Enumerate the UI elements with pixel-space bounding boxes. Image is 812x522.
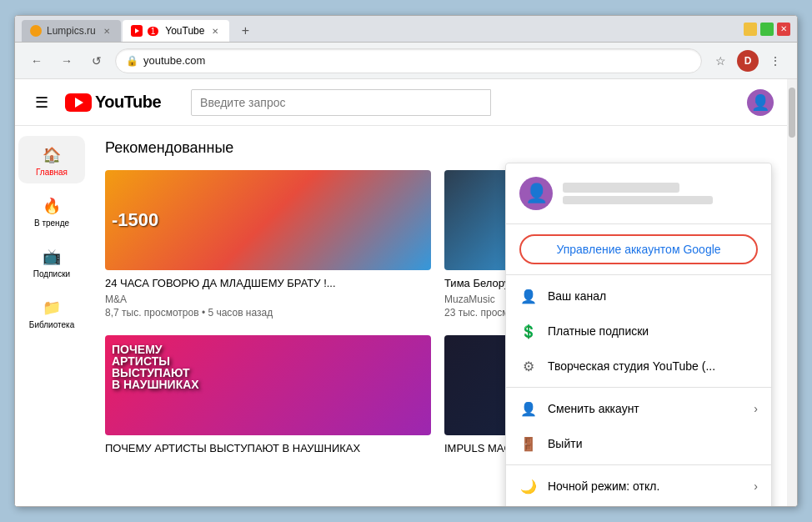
tab-bar: Lumpics.ru ✕ 1 YouTube ✕ + <box>22 16 737 42</box>
browser-window: Lumpics.ru ✕ 1 YouTube ✕ + ✕ ← → ↺ 🔒 <box>14 15 798 507</box>
sidebar-library-label: Библиотека <box>29 320 74 329</box>
video-info-3: ПОЧЕМУ АРТИСТЫ ВЫСТУПАЮТ В НАУШНИКАХ <box>105 435 431 462</box>
yt-search-box <box>191 89 491 116</box>
video-title-3: ПОЧЕМУ АРТИСТЫ ВЫСТУПАЮТ В НАУШНИКАХ <box>105 442 431 456</box>
dropdown-divider-1 <box>506 274 771 275</box>
yt-logo-icon <box>65 93 92 112</box>
minimize-button[interactable] <box>744 23 757 36</box>
night-mode-arrow-icon: › <box>754 479 758 493</box>
close-button[interactable]: ✕ <box>777 23 790 36</box>
video-card-1[interactable]: -1500 24 ЧАСА ГОВОРЮ ДА МЛАДШЕМУ БРАТУ !… <box>105 170 431 322</box>
dropdown-item-switch-account[interactable]: 👤 Сменить аккаунт › <box>506 391 771 426</box>
yt-search-input[interactable] <box>191 89 491 116</box>
thumb-text-1: -1500 <box>112 209 158 231</box>
dropdown-item-language[interactable]: Аа Язык: Русский › <box>506 504 771 506</box>
scrollbar-track <box>787 79 797 506</box>
scrollbar-thumb[interactable] <box>789 88 795 138</box>
browser-menu-icon[interactable]: ⋮ <box>764 49 787 73</box>
yt-hamburger-icon[interactable]: ☰ <box>28 87 55 118</box>
trending-icon: 🔥 <box>43 197 61 215</box>
sidebar-trending-label: В тренде <box>34 218 69 228</box>
new-tab-button[interactable]: + <box>234 20 256 42</box>
video-meta-1: 8,7 тыс. просмотров • 5 часов назад <box>105 307 431 319</box>
maximize-button[interactable] <box>760 23 774 36</box>
tab-youtube-close-icon[interactable]: ✕ <box>209 26 221 37</box>
youtube-play-icon <box>135 28 139 33</box>
youtube-favicon-icon <box>131 25 143 37</box>
video-thumb-3: ПОЧЕМУАРТИСТЫВЫСТУПАЮТВ НАУШНИКАХ <box>105 335 431 435</box>
toolbar-right: ☆ D ⋮ <box>709 49 787 73</box>
dropdown-user-info <box>563 183 758 204</box>
sidebar-subscriptions-label: Подписки <box>33 269 70 279</box>
library-icon: 📁 <box>43 299 61 317</box>
refresh-button[interactable]: ↺ <box>85 49 108 73</box>
browser-content: ☰ YouTube 👤 <box>15 79 797 506</box>
dropdown-item-paid-subs[interactable]: 💲 Платные подписки <box>506 314 771 349</box>
video-thumb-1: -1500 <box>105 170 431 270</box>
my-channel-icon: 👤 <box>519 287 538 305</box>
address-input[interactable]: 🔒 youtube.com <box>115 48 702 73</box>
video-card-3[interactable]: ПОЧЕМУАРТИСТЫВЫСТУПАЮТВ НАУШНИКАХ ПОЧЕМУ… <box>105 335 431 462</box>
studio-icon: ⚙ <box>519 357 538 375</box>
user-dropdown: 👤 Управление аккаунтом Google 👤 Ваш кана <box>505 163 772 506</box>
dropdown-avatar-person-icon: 👤 <box>525 183 548 204</box>
sidebar-item-subscriptions[interactable]: 📺 Подписки <box>18 238 85 285</box>
studio-label: Творческая студия YouTube (... <box>548 359 758 373</box>
section-title: Рекомендованные <box>105 139 770 157</box>
titlebar: Lumpics.ru ✕ 1 YouTube ✕ + ✕ <box>15 16 797 43</box>
sidebar-item-home[interactable]: 🏠 Главная <box>18 136 85 183</box>
yt-user-avatar[interactable]: 👤 <box>747 89 774 116</box>
tab-lumpics-close-icon[interactable]: ✕ <box>101 26 113 37</box>
dropdown-item-night-mode[interactable]: 🌙 Ночной режим: откл. › <box>506 469 771 504</box>
url-text: youtube.com <box>143 54 691 67</box>
logout-icon: 🚪 <box>519 434 538 453</box>
video-time-1: 5 часов назад <box>208 307 273 319</box>
night-mode-icon: 🌙 <box>519 477 538 495</box>
notification-badge: 1 <box>148 27 159 36</box>
browser-profile-avatar[interactable]: D <box>737 50 759 72</box>
tab-youtube[interactable]: 1 YouTube ✕ <box>123 20 230 42</box>
yt-sidebar: 🏠 Главная 🔥 В тренде 📺 Подписки 📁 <box>15 126 88 506</box>
sidebar-home-label: Главная <box>36 168 68 177</box>
dropdown-header: 👤 <box>506 163 771 224</box>
dropdown-email <box>563 196 713 204</box>
paid-subs-icon: 💲 <box>519 322 538 340</box>
dropdown-username <box>563 183 679 193</box>
dropdown-item-studio[interactable]: ⚙ Творческая студия YouTube (... <box>506 349 771 384</box>
sidebar-item-library[interactable]: 📁 Библиотека <box>18 289 85 336</box>
yt-logo-text: YouTube <box>95 93 161 112</box>
subscriptions-icon: 📺 <box>43 248 61 266</box>
yt-header: ☰ YouTube 👤 <box>15 79 787 126</box>
logout-label: Выйти <box>548 437 758 450</box>
switch-account-icon: 👤 <box>519 399 538 418</box>
dropdown-item-logout[interactable]: 🚪 Выйти <box>506 426 771 461</box>
switch-account-arrow-icon: › <box>754 402 758 415</box>
tab-lumpics[interactable]: Lumpics.ru ✕ <box>22 20 121 42</box>
back-button[interactable]: ← <box>25 49 48 73</box>
paid-subs-label: Платные подписки <box>548 324 758 338</box>
manage-google-account-button[interactable]: Управление аккаунтом Google <box>519 234 758 264</box>
dropdown-divider-3 <box>506 464 771 465</box>
night-mode-label: Ночной режим: откл. <box>548 479 744 493</box>
video-title-1: 24 ЧАСА ГОВОРЮ ДА МЛАДШЕМУ БРАТУ !... <box>105 277 431 291</box>
page-wrapper: ☰ YouTube 👤 <box>15 79 797 506</box>
my-channel-label: Ваш канал <box>548 289 758 303</box>
bookmark-star-icon[interactable]: ☆ <box>709 49 732 73</box>
avatar-person-icon: 👤 <box>751 93 769 112</box>
dropdown-item-my-channel[interactable]: 👤 Ваш канал <box>506 279 771 314</box>
sidebar-item-trending[interactable]: 🔥 В тренде <box>18 187 85 234</box>
address-bar: ← → ↺ 🔒 youtube.com ☆ D ⋮ <box>15 43 797 79</box>
tab-youtube-title: YouTube <box>165 25 204 37</box>
window-controls: ✕ <box>744 23 790 36</box>
thumb-text-3: ПОЧЕМУАРТИСТЫВЫСТУПАЮТВ НАУШНИКАХ <box>112 344 199 390</box>
dropdown-divider-2 <box>506 387 771 388</box>
forward-button[interactable]: → <box>55 49 78 73</box>
lock-icon: 🔒 <box>126 55 138 67</box>
dropdown-avatar: 👤 <box>519 177 553 210</box>
lumpics-favicon-icon <box>30 25 42 37</box>
yt-logo-play-icon <box>75 98 83 108</box>
video-info-1: 24 ЧАСА ГОВОРЮ ДА МЛАДШЕМУ БРАТУ !... M&… <box>105 270 431 322</box>
video-channel-1: M&A <box>105 294 431 305</box>
tab-lumpics-title: Lumpics.ru <box>47 25 96 37</box>
yt-logo[interactable]: YouTube <box>65 93 161 112</box>
